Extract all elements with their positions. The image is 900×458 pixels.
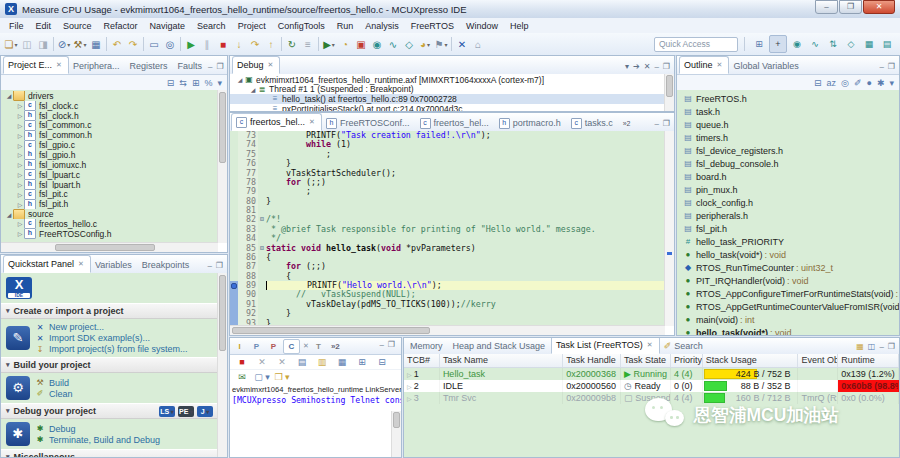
save-button[interactable]: ◫: [19, 36, 35, 52]
project-tree-item-freertos-hello-c[interactable]: ▷cfreertos_hello.c: [1, 219, 218, 229]
tree-expander-icon[interactable]: ▷: [16, 112, 24, 119]
maximize-view-icon[interactable]: ❐: [663, 119, 670, 128]
quickstart-link-import-sdk-example-s[interactable]: ✕Import SDK example(s)...: [35, 333, 188, 343]
fold-marker-icon[interactable]: ⊟: [258, 215, 266, 224]
save-all-button[interactable]: ◨: [35, 36, 51, 52]
ide-info-button[interactable]: ⌂: [470, 36, 486, 52]
code-line[interactable]: }: [266, 197, 665, 206]
terminate-icon[interactable]: ■: [234, 354, 250, 370]
debug-probe-chip-j[interactable]: J: [197, 406, 213, 417]
task-list-tab-task-list-freertos-[interactable]: Task List (FreeRTOS)✕: [551, 337, 660, 354]
save-table-icon[interactable]: ◫: [868, 342, 876, 351]
undo-button[interactable]: ↶: [109, 36, 125, 52]
menu-configtools[interactable]: ConfigTools: [272, 20, 331, 32]
column-header-tcb[interactable]: TCB#: [404, 354, 440, 367]
quickstart-link-debug[interactable]: ✱Debug: [35, 424, 160, 434]
fold-marker-icon[interactable]: ⊟: [258, 244, 266, 253]
outline-item-1[interactable]: ▤task.h: [677, 105, 899, 118]
minimize-button[interactable]: ‒: [815, 0, 838, 14]
menu-edit[interactable]: Edit: [30, 20, 58, 32]
column-header-task-state[interactable]: Task State: [621, 354, 671, 367]
quickstart-tab-breakpoints[interactable]: Breakpoints: [138, 257, 196, 273]
collapse-all-icon[interactable]: ⊟: [814, 78, 822, 88]
project-explorer-tab-project-e-[interactable]: Project E...✕: [3, 56, 69, 74]
build-button[interactable]: ⚒: [72, 36, 88, 52]
minimize-view-icon[interactable]: ‒: [208, 62, 212, 71]
quickstart-section-build-your-project[interactable]: ▾Build your project: [1, 357, 218, 373]
more-tabs[interactable]: »2: [328, 340, 343, 353]
outline-tab-global-variables[interactable]: Global Variables: [729, 58, 804, 74]
maximize-view-icon[interactable]: ❐: [888, 62, 895, 71]
resume-button[interactable]: ▶: [183, 36, 199, 52]
remove-all-launches-icon[interactable]: ✕: [274, 354, 290, 370]
project-tree-item-fsl-pit-c[interactable]: ▷cfsl_pit.c: [1, 189, 218, 199]
outline-item-6[interactable]: ▤board.h: [677, 170, 899, 183]
project-tree-item-fsl-common-h[interactable]: ▷hfsl_common.h: [1, 130, 218, 140]
minimize-view-icon[interactable]: ‒: [879, 342, 883, 351]
debug-probe-chip-pe[interactable]: PE: [178, 406, 194, 417]
outline-item-5[interactable]: ▤fsl_debug_console.h: [677, 157, 899, 170]
minimize-view-icon[interactable]: ‒: [654, 119, 658, 128]
maximize-view-icon[interactable]: ❐: [888, 342, 895, 351]
installed-sdks-tab[interactable]: I: [232, 340, 247, 353]
project-tree-item-source[interactable]: ◢source: [1, 209, 218, 219]
menu-analysis[interactable]: Analysis: [359, 20, 405, 32]
tree-expander-icon[interactable]: ▷: [16, 102, 24, 109]
hide-static-icon[interactable]: ✐: [854, 78, 862, 88]
code-area[interactable]: 73 PRINTF("Task creation failed!.\r\n");…: [230, 131, 665, 326]
outline-item-17[interactable]: ●main(void): int: [677, 313, 899, 326]
outline-item-4[interactable]: ▤fsl_device_registers.h: [677, 144, 899, 157]
step-into-button[interactable]: ↓: [231, 36, 247, 52]
menu-file[interactable]: File: [3, 20, 30, 32]
column-header-stack-usage[interactable]: Stack Usage: [703, 354, 799, 367]
tree-expander-icon[interactable]: ▷: [16, 142, 24, 149]
open-perspective-icon[interactable]: ⊞: [751, 36, 767, 52]
quickstart-tab-quickstart-panel[interactable]: Quickstart Panel✕: [3, 255, 91, 273]
menu-project[interactable]: Project: [232, 20, 272, 32]
export-console-icon[interactable]: ✉: [234, 369, 250, 385]
perspective-icon-2[interactable]: ∿: [807, 36, 823, 52]
tree-expander-icon[interactable]: ▷: [16, 171, 24, 178]
code-line[interactable]: for (;;): [266, 262, 665, 271]
editor-tab-4[interactable]: ctasks.c: [567, 115, 619, 131]
outline-item-7[interactable]: ▤pin_mux.h: [677, 183, 899, 196]
quickstart-section-miscellaneous[interactable]: ▾Miscellaneous: [1, 449, 218, 457]
project-scrollbar-vertical[interactable]: [217, 90, 227, 243]
quickstart-tab-variables[interactable]: Variables: [91, 257, 138, 273]
menu-window[interactable]: Window: [460, 20, 504, 32]
column-header-priority[interactable]: Priority: [671, 354, 703, 367]
swo-button[interactable]: ∿: [385, 36, 401, 52]
debug-scrollbar-vertical[interactable]: [664, 74, 674, 111]
editor-tab-2[interactable]: cfreertos_hel...: [416, 115, 495, 131]
project-explorer-tab-faults[interactable]: Faults: [173, 58, 208, 74]
remove-all-terminated-icon[interactable]: ✕: [644, 62, 651, 71]
task-row-idle[interactable]: ▷2IDLE0x20000560◷ Ready0 (0)88 B / 352 B…: [404, 380, 899, 392]
quickstart-link-clean[interactable]: ✐Clean: [35, 389, 73, 399]
outline-item-9[interactable]: ▤peripherals.h: [677, 209, 899, 222]
project-tree-item-fsl-clock-h[interactable]: ▷hfsl_clock.h: [1, 111, 218, 121]
menu-refactor[interactable]: Refactor: [98, 20, 144, 32]
quickstart-section-create-or-import-a-project[interactable]: ▾Create or import a project: [1, 303, 218, 319]
project-tree-item-fsl-lpuart-h[interactable]: ▷hfsl_lpuart.h: [1, 180, 218, 190]
perspective-icon-1[interactable]: ◉: [789, 36, 805, 52]
minimize-view-icon[interactable]: ‒: [654, 62, 658, 71]
project-explorer-tab-periphera-[interactable]: Periphera...: [69, 58, 126, 74]
column-header-runtime[interactable]: Runtime: [838, 354, 899, 367]
pin-console-icon[interactable]: ⊞: [354, 354, 370, 370]
project-tree-item-fsl-gpio-h[interactable]: ▷hfsl_gpio.h: [1, 150, 218, 160]
restart-button[interactable]: ↻: [284, 36, 300, 52]
tree-expander-icon[interactable]: ▷: [16, 191, 24, 198]
code-line[interactable]: static void hello_task(void *pvParameter…: [266, 244, 665, 253]
refresh-icon[interactable]: ▦: [856, 342, 864, 351]
outline-item-16[interactable]: ●RTOS_AppGetRuntimeCounterValueFromISR(v…: [677, 300, 899, 313]
editor-scrollbar-horizontal[interactable]: [230, 325, 665, 335]
quickstart-link-new-project[interactable]: ✕New project...: [35, 322, 188, 332]
project-tree-item-fsl-gpio-c[interactable]: ▷cfsl_gpio.c: [1, 140, 218, 150]
outline-item-10[interactable]: ▤fsl_pit.h: [677, 222, 899, 235]
tree-expander-icon[interactable]: ▷: [16, 220, 24, 227]
view-menu-icon[interactable]: ▾: [889, 78, 894, 88]
perspective-icon-4[interactable]: ◇: [843, 36, 859, 52]
sort-icon[interactable]: az: [827, 78, 837, 88]
new-button[interactable]: ❏: [3, 36, 19, 52]
word-wrap-icon[interactable]: ▦: [334, 354, 350, 370]
